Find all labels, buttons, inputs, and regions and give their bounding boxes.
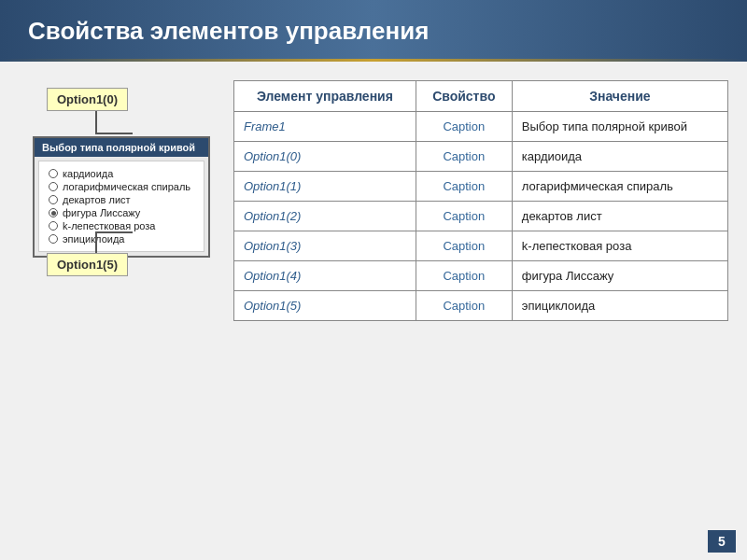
- radio-item: декартов лист: [49, 193, 194, 206]
- cell-property: Caption: [416, 112, 512, 142]
- cell-element: Frame1: [234, 112, 416, 142]
- cell-property: Caption: [416, 142, 512, 172]
- radio-label: логарифмическая спираль: [63, 181, 190, 192]
- radio-circle: [49, 208, 58, 217]
- dialog-title-bar: Выбор типа полярной кривой: [35, 138, 208, 157]
- cell-property: Caption: [416, 261, 512, 291]
- table-row: Option1(1)Captionлогарифмическая спираль: [234, 172, 728, 202]
- content-area: Option1(0) Выбор типа полярной кривой ка…: [0, 62, 747, 560]
- table-header-row: Элемент управления Свойство Значение: [234, 81, 728, 112]
- slide: Свойства элементов управления Option1(0)…: [0, 0, 747, 560]
- left-panel: Option1(0) Выбор типа полярной кривой ка…: [19, 80, 215, 304]
- radio-item: k-лепестковая роза: [49, 219, 194, 232]
- option-bubble-top: Option1(0): [47, 88, 128, 111]
- cell-property: Caption: [416, 231, 512, 261]
- radio-item: эпициклоида: [49, 232, 194, 245]
- cell-value: логарифмическая спираль: [512, 172, 727, 202]
- table-row: Option1(5)Captionэпициклоида: [234, 291, 728, 321]
- radio-circle: [49, 221, 58, 231]
- connector-line-top-h: [95, 133, 133, 134]
- connector-line-bottom-h: [95, 231, 133, 233]
- dialog-content: кардиоидалогарифмическая спиральдекартов…: [38, 161, 204, 252]
- table-row: Option1(0)Captionкардиоида: [234, 142, 728, 172]
- radio-label: кардиоида: [63, 168, 113, 179]
- radio-label: эпициклоида: [63, 233, 124, 245]
- cell-element: Option1(2): [234, 202, 416, 231]
- radio-circle: [49, 195, 58, 204]
- header: Свойства элементов управления: [0, 0, 747, 59]
- cell-value: кардиоида: [512, 142, 727, 172]
- right-panel: Элемент управления Свойство Значение Fra…: [233, 80, 728, 321]
- table-row: Option1(2)Captionдекартов лист: [234, 202, 728, 231]
- cell-element: Option1(3): [234, 231, 416, 261]
- col-header-element: Элемент управления: [234, 81, 416, 112]
- cell-value: фигура Лиссажу: [512, 261, 727, 291]
- radio-circle: [49, 234, 58, 244]
- cell-value: k-лепестковая роза: [512, 231, 727, 261]
- table-row: Frame1CaptionВыбор типа полярной кривой: [234, 112, 728, 142]
- radio-label: k-лепестковая роза: [63, 220, 156, 231]
- cell-value: эпициклоида: [512, 291, 727, 321]
- radio-item: логарифмическая спираль: [49, 180, 194, 193]
- radio-item: фигура Лиссажу: [49, 206, 194, 219]
- table-row: Option1(4)Captionфигура Лиссажу: [234, 261, 728, 291]
- radio-label: фигура Лиссажу: [63, 207, 140, 218]
- cell-element: Option1(5): [234, 291, 416, 321]
- cell-property: Caption: [416, 202, 512, 231]
- radio-circle: [49, 182, 58, 191]
- radio-circle: [49, 169, 58, 178]
- cell-property: Caption: [416, 172, 512, 202]
- header-title: Свойства элементов управления: [28, 17, 429, 46]
- cell-element: Option1(1): [234, 172, 416, 202]
- col-header-value: Значение: [512, 81, 727, 112]
- properties-table: Элемент управления Свойство Значение Fra…: [233, 80, 728, 321]
- cell-element: Option1(4): [234, 261, 416, 291]
- radio-label: декартов лист: [63, 194, 131, 205]
- option-bubble-bottom: Option1(5): [47, 253, 128, 276]
- col-header-property: Свойство: [416, 81, 512, 112]
- slide-number: 5: [708, 530, 736, 553]
- dialog-box: Выбор типа полярной кривой кардиоидалога…: [33, 136, 210, 258]
- cell-value: Выбор типа полярной кривой: [512, 112, 727, 142]
- cell-value: декартов лист: [512, 202, 727, 231]
- table-row: Option1(3)Captionk-лепестковая роза: [234, 231, 728, 261]
- cell-property: Caption: [416, 291, 512, 321]
- cell-element: Option1(0): [234, 142, 416, 172]
- radio-item: кардиоида: [49, 167, 194, 180]
